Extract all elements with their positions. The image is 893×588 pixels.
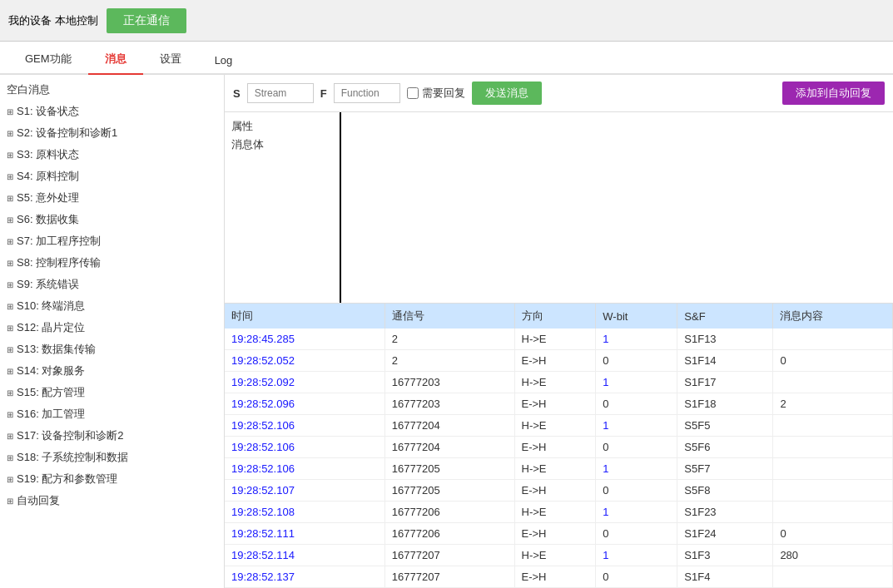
table-row[interactable]: 19:28:52.107 16777205 E->H 0 S5F8: [225, 480, 893, 502]
cell-dir: E->H: [514, 350, 596, 372]
expand-icon-s19: ⊞: [7, 475, 13, 484]
sidebar-item-s7[interactable]: ⊞ S7: 加工程序控制: [0, 230, 224, 252]
sidebar-item-blank[interactable]: 空白消息: [0, 79, 224, 101]
expand-icon-auto: ⊞: [7, 497, 13, 506]
sidebar-item-s4[interactable]: ⊞ S4: 原料控制: [0, 166, 224, 187]
auto-reply-button[interactable]: 添加到自动回复: [782, 82, 885, 105]
main-layout: 空白消息 ⊞ S1: 设备状态 ⊞ S2: 设备控制和诊断1 ⊞ S3: 原料状…: [0, 75, 893, 588]
s8-label: S8: 控制程序传输: [17, 255, 101, 270]
s16-label: S16: 加工管理: [17, 407, 85, 422]
cell-signal: 16777206: [384, 502, 514, 523]
cell-signal: 16777205: [384, 458, 514, 480]
right-panel: S F 需要回复 发送消息 添加到自动回复 属性 消息体: [225, 75, 893, 588]
table-row[interactable]: 19:28:52.092 16777203 H->E 1 S1F17: [225, 372, 893, 393]
editor-right[interactable]: [341, 112, 893, 303]
tab-log[interactable]: Log: [198, 47, 250, 75]
cell-msg: [773, 480, 893, 502]
table-row[interactable]: 19:28:52.114 16777207 H->E 1 S1F3 280: [225, 545, 893, 566]
cell-time: 19:28:52.096: [225, 393, 384, 415]
cell-dir: E->H: [514, 566, 596, 588]
sidebar-item-s10[interactable]: ⊞ S10: 终端消息: [0, 295, 224, 317]
sidebar-item-s9[interactable]: ⊞ S9: 系统错误: [0, 274, 224, 295]
table-row[interactable]: 19:28:45.285 2 H->E 1 S1F13: [225, 329, 893, 350]
sidebar-item-s1[interactable]: ⊞ S1: 设备状态: [0, 101, 224, 122]
cell-wbit: 0: [596, 350, 677, 372]
sidebar-item-s15[interactable]: ⊞ S15: 配方管理: [0, 382, 224, 403]
expand-icon-s3: ⊞: [7, 151, 13, 160]
expand-icon-s16: ⊞: [7, 410, 13, 419]
auto-label: 自动回复: [17, 493, 60, 508]
cell-time: 19:28:52.114: [225, 545, 384, 566]
s3-label: S3: 原料状态: [17, 147, 79, 162]
cell-dir: E->H: [514, 523, 596, 545]
table-row[interactable]: 19:28:52.096 16777203 E->H 0 S1F18 2: [225, 393, 893, 415]
sidebar-item-s18[interactable]: ⊞ S18: 子系统控制和数据: [0, 447, 224, 468]
sidebar-item-s2[interactable]: ⊞ S2: 设备控制和诊断1: [0, 122, 224, 144]
reply-label: 需要回复: [422, 86, 465, 101]
tab-gem[interactable]: GEM功能: [8, 45, 88, 75]
s4-label: S4: 原料控制: [17, 169, 79, 184]
cell-sf: S1F23: [677, 502, 773, 523]
sidebar-item-s16[interactable]: ⊞ S16: 加工管理: [0, 403, 224, 425]
header-time: 时间: [225, 304, 384, 329]
table-row[interactable]: 19:28:52.052 2 E->H 0 S1F14 0: [225, 350, 893, 372]
cell-signal: 16777204: [384, 437, 514, 458]
cell-msg: 280: [773, 545, 893, 566]
expand-icon-s5: ⊞: [7, 194, 13, 203]
body-label: 消息体: [231, 137, 333, 152]
sidebar-item-auto[interactable]: ⊞ 自动回复: [0, 490, 224, 511]
sidebar-item-s3[interactable]: ⊞ S3: 原料状态: [0, 144, 224, 166]
table-row[interactable]: 19:28:52.137 16777207 E->H 0 S1F4: [225, 566, 893, 588]
sidebar-item-s13[interactable]: ⊞ S13: 数据集传输: [0, 338, 224, 360]
reply-checkbox[interactable]: [407, 87, 419, 99]
label-s: S: [233, 87, 241, 100]
expand-icon-s14: ⊞: [7, 367, 13, 376]
s13-label: S13: 数据集传输: [17, 342, 96, 357]
sidebar-item-s5[interactable]: ⊞ S5: 意外处理: [0, 187, 224, 209]
send-button[interactable]: 发送消息: [472, 82, 542, 105]
tab-msg[interactable]: 消息: [88, 45, 143, 75]
cell-wbit: 0: [596, 566, 677, 588]
cell-wbit: 0: [596, 393, 677, 415]
stream-input[interactable]: [247, 83, 314, 103]
sidebar: 空白消息 ⊞ S1: 设备状态 ⊞ S2: 设备控制和诊断1 ⊞ S3: 原料状…: [0, 75, 225, 588]
tab-settings[interactable]: 设置: [143, 45, 198, 75]
attributes-label: 属性: [231, 119, 333, 134]
expand-icon-s2: ⊞: [7, 129, 13, 138]
cell-sf: S1F18: [677, 393, 773, 415]
editor-left: 属性 消息体: [225, 112, 341, 303]
table-row[interactable]: 19:28:52.111 16777206 E->H 0 S1F24 0: [225, 523, 893, 545]
header-msg: 消息内容: [773, 304, 893, 329]
sidebar-item-s17[interactable]: ⊞ S17: 设备控制和诊断2: [0, 425, 224, 447]
cell-wbit: 1: [596, 458, 677, 480]
s18-label: S18: 子系统控制和数据: [17, 450, 128, 465]
table-row[interactable]: 19:28:52.106 16777205 H->E 1 S5F7: [225, 458, 893, 480]
sidebar-item-s8[interactable]: ⊞ S8: 控制程序传输: [0, 252, 224, 274]
cell-dir: H->E: [514, 329, 596, 350]
header-sf: S&F: [677, 304, 773, 329]
table-row[interactable]: 19:28:52.106 16777204 H->E 1 S5F5: [225, 415, 893, 437]
log-table-container: 时间 通信号 方向 W-bit S&F 消息内容 19:28:45.285 2 …: [225, 304, 893, 588]
cell-wbit: 1: [596, 502, 677, 523]
expand-icon-s4: ⊞: [7, 172, 13, 181]
sidebar-item-s19[interactable]: ⊞ S19: 配方和参数管理: [0, 468, 224, 490]
cell-sf: S1F4: [677, 566, 773, 588]
reply-checkbox-area: 需要回复: [407, 86, 465, 101]
tab-bar: GEM功能 消息 设置 Log: [0, 42, 893, 75]
cell-signal: 16777206: [384, 523, 514, 545]
sidebar-item-s14[interactable]: ⊞ S14: 对象服务: [0, 360, 224, 382]
function-input[interactable]: [334, 83, 400, 103]
table-row[interactable]: 19:28:52.108 16777206 H->E 1 S1F23: [225, 502, 893, 523]
status-button[interactable]: 正在通信: [107, 8, 186, 33]
sidebar-item-s6[interactable]: ⊞ S6: 数据收集: [0, 209, 224, 230]
header-signal: 通信号: [384, 304, 514, 329]
table-row[interactable]: 19:28:52.106 16777204 E->H 0 S5F6: [225, 437, 893, 458]
cell-dir: H->E: [514, 415, 596, 437]
header-wbit: W-bit: [596, 304, 677, 329]
cell-time: 19:28:45.285: [225, 329, 384, 350]
cell-sf: S1F14: [677, 350, 773, 372]
cell-msg: 2: [773, 393, 893, 415]
sidebar-item-s12[interactable]: ⊞ S12: 晶片定位: [0, 317, 224, 338]
cell-dir: H->E: [514, 458, 596, 480]
cell-wbit: 0: [596, 523, 677, 545]
